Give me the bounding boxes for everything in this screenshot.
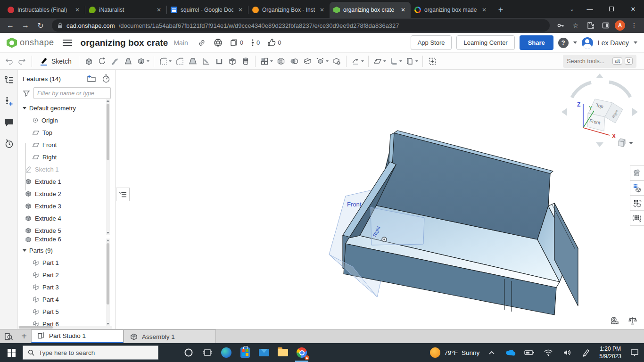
feature-row-front-plane[interactable]: Front [18, 139, 116, 151]
browser-tab-google-search[interactable]: organizing box made ✕ [411, 2, 492, 18]
feature-row-origin[interactable]: Origin [18, 114, 116, 126]
feature-row-sketch1[interactable]: Sketch 1 [18, 163, 116, 175]
select-tool-icon[interactable] [426, 54, 438, 68]
feature-list-flyout-button[interactable] [116, 188, 130, 201]
chamfer-icon[interactable] [173, 54, 186, 68]
rib-icon[interactable] [200, 54, 212, 68]
volume-icon[interactable] [558, 343, 577, 362]
likes-counter[interactable]: 0 [267, 39, 281, 47]
rollback-bar-icon[interactable] [101, 74, 111, 83]
help-icon[interactable]: ? [558, 38, 569, 48]
pattern-dropdown-caret-icon[interactable] [270, 60, 273, 62]
learning-center-button[interactable]: Learning Center [456, 35, 514, 50]
mass-properties-scale-icon[interactable] [628, 316, 637, 325]
features-scrollbar[interactable] [106, 99, 110, 235]
taskbar-clock[interactable]: 1:20 PM 5/9/2023 [595, 345, 625, 360]
back-button[interactable]: ← [4, 19, 17, 32]
document-menu-icon[interactable] [63, 40, 72, 46]
transform-dropdown-caret-icon[interactable] [326, 60, 329, 62]
loft-icon[interactable] [122, 54, 134, 68]
transform-icon[interactable] [314, 54, 330, 68]
tab-close-icon[interactable]: ✕ [74, 6, 81, 14]
feature-row-extrude3[interactable]: Extrude 3 [18, 200, 116, 212]
viewport-canvas[interactable]: Front [116, 70, 644, 329]
parts-group-header[interactable]: Parts (9) [18, 244, 116, 256]
view-cube-menu[interactable] [619, 139, 633, 147]
feature-list-panel-icon[interactable] [4, 75, 14, 87]
hole-icon[interactable] [226, 54, 239, 68]
document-title[interactable]: organizing box crate [81, 38, 168, 48]
user-dropdown-caret-icon[interactable] [634, 41, 637, 44]
part-studio-tab[interactable]: Part Studio 1 [31, 329, 124, 343]
undo-button[interactable] [3, 54, 15, 68]
enclose-dropdown-caret-icon[interactable] [415, 60, 418, 62]
shell-icon[interactable] [213, 54, 225, 68]
new-tab-button[interactable]: + [494, 3, 508, 17]
taskbar-search-input[interactable] [39, 349, 133, 356]
password-key-icon[interactable] [554, 19, 567, 32]
tray-expand-chevron-icon[interactable] [482, 343, 501, 362]
close-button[interactable]: ✕ [622, 0, 644, 18]
part-row-4[interactable]: Part 4 [18, 293, 116, 305]
redo-button[interactable] [16, 54, 28, 68]
bookmark-star-icon[interactable]: ☆ [570, 19, 582, 32]
feature-row-right-plane[interactable]: Right [18, 151, 116, 163]
new-folder-icon[interactable] [86, 74, 97, 83]
pen-icon[interactable] [577, 343, 595, 362]
browser-menu-icon[interactable]: ⋮ [628, 19, 640, 32]
filter-input[interactable] [33, 87, 111, 99]
sheet-metal-flange-icon[interactable] [388, 54, 403, 68]
rotate-up-arrow-icon[interactable] [596, 74, 603, 78]
microsoft-store-icon[interactable] [236, 343, 255, 362]
view-tool-appearance-icon[interactable] [630, 165, 644, 181]
part-row-5[interactable]: Part 5 [18, 305, 116, 318]
side-panel-icon[interactable] [600, 19, 612, 32]
measure-tape-icon[interactable] [610, 316, 620, 325]
versions-counter[interactable]: 0 [251, 39, 260, 47]
part-row-1[interactable]: Part 1 [18, 256, 116, 269]
search-tools-input[interactable] [567, 58, 610, 65]
chevron-down-icon[interactable] [23, 249, 26, 252]
app-store-button[interactable]: App Store [411, 35, 452, 50]
rotate-down-arrow-icon[interactable] [596, 142, 603, 147]
split-icon[interactable] [301, 54, 314, 68]
onedrive-icon[interactable] [501, 343, 520, 362]
rotate-left-arrow-icon[interactable] [561, 108, 567, 116]
revolve-icon[interactable] [96, 54, 108, 68]
view-menu-caret-icon[interactable] [629, 142, 633, 144]
plane-dropdown-caret-icon[interactable] [383, 60, 386, 62]
edge-icon[interactable] [217, 343, 236, 362]
view-cube[interactable]: Top Front Right [561, 74, 638, 147]
find-in-document-icon[interactable] [0, 329, 17, 343]
start-button[interactable] [0, 343, 23, 362]
action-center-icon[interactable] [625, 343, 644, 362]
taskbar-search[interactable] [23, 346, 158, 360]
share-button[interactable]: Share [520, 35, 553, 50]
mirror-icon[interactable] [275, 54, 287, 68]
assembly-tab[interactable]: Assembly 1 [124, 329, 216, 343]
mail-icon[interactable] [255, 343, 273, 362]
feature-row-extrude2[interactable]: Extrude 2 [18, 188, 116, 200]
versions-panel-icon[interactable] [4, 96, 14, 108]
add-tab-button[interactable]: + [17, 329, 31, 343]
view-tool-isometric-grid-icon[interactable] [630, 181, 644, 196]
horizontal-scrollbar[interactable] [18, 326, 112, 329]
feature-row-extrude4[interactable]: Extrude 4 [18, 212, 116, 224]
cortana-icon[interactable] [179, 343, 198, 362]
feature-row-extrude1[interactable]: Extrude 1 [18, 175, 116, 188]
view-tool-animate-icon[interactable] [630, 211, 644, 226]
history-panel-icon[interactable] [4, 139, 14, 151]
minimize-button[interactable]: — [579, 0, 601, 18]
extrude-icon[interactable] [83, 54, 95, 68]
help-dropdown-caret-icon[interactable] [573, 41, 577, 44]
tab-close-icon[interactable]: ✕ [399, 6, 407, 14]
thicken-dropdown-caret-icon[interactable] [147, 60, 149, 62]
browser-tab-inaturalist[interactable]: iNaturalist ✕ [85, 2, 166, 18]
chrome-taskbar-icon[interactable]: A [292, 343, 311, 362]
flange-dropdown-caret-icon[interactable] [399, 60, 402, 62]
delete-part-icon[interactable] [330, 54, 343, 68]
taskbar-weather[interactable]: 79°F Sunny [430, 347, 479, 358]
battery-icon[interactable] [520, 343, 539, 362]
viewport[interactable]: Front [116, 70, 644, 329]
parts-scrollbar[interactable] [106, 239, 110, 326]
